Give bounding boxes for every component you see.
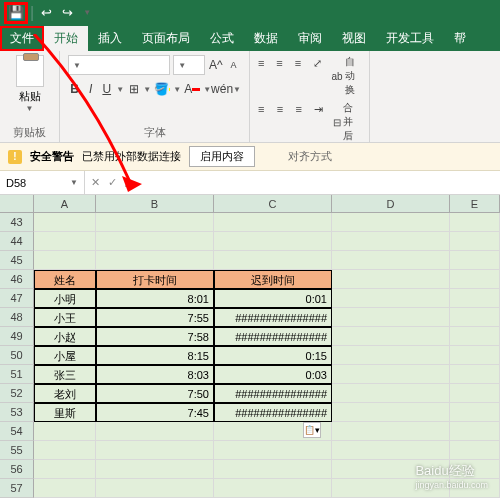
cell[interactable] — [214, 479, 332, 498]
border-button[interactable]: ⊞ — [127, 79, 140, 99]
name-box[interactable]: D58▼ — [0, 171, 85, 194]
merge-button[interactable]: ⊟ 合并后 — [333, 101, 361, 143]
align-right-icon[interactable]: ≡ — [295, 101, 308, 117]
cell[interactable] — [214, 251, 332, 270]
cell[interactable] — [450, 327, 500, 346]
cell[interactable] — [450, 422, 500, 441]
cell[interactable] — [450, 232, 500, 251]
align-middle-icon[interactable]: ≡ — [276, 55, 288, 71]
row-header[interactable]: 54 — [0, 422, 34, 441]
decrease-font-icon[interactable]: A — [226, 55, 241, 75]
cell[interactable] — [332, 441, 450, 460]
cell[interactable] — [96, 460, 214, 479]
col-header[interactable]: E — [450, 195, 500, 212]
cell[interactable]: 7:58 — [96, 327, 214, 346]
row-header[interactable]: 45 — [0, 251, 34, 270]
cell[interactable] — [34, 251, 96, 270]
undo-icon[interactable]: ↩ — [41, 5, 52, 20]
italic-button[interactable]: I — [84, 79, 97, 99]
orientation-icon[interactable]: ⤢ — [313, 55, 325, 71]
row-header[interactable]: 47 — [0, 289, 34, 308]
row-header[interactable]: 56 — [0, 460, 34, 479]
cell[interactable] — [450, 346, 500, 365]
cell[interactable] — [450, 213, 500, 232]
row-header[interactable]: 49 — [0, 327, 34, 346]
tab-developer[interactable]: 开发工具 — [376, 26, 444, 51]
cell[interactable] — [34, 479, 96, 498]
cell[interactable]: 小屋 — [34, 346, 96, 365]
row-header[interactable]: 53 — [0, 403, 34, 422]
cell[interactable] — [34, 232, 96, 251]
row-header[interactable]: 44 — [0, 232, 34, 251]
col-header[interactable]: B — [96, 195, 214, 212]
cell[interactable]: 小王 — [34, 308, 96, 327]
cell[interactable]: 小明 — [34, 289, 96, 308]
cell[interactable] — [34, 213, 96, 232]
cell[interactable]: 📋▾ — [214, 422, 332, 441]
cell[interactable] — [214, 441, 332, 460]
cell[interactable] — [96, 213, 214, 232]
cell[interactable] — [332, 327, 450, 346]
row-header[interactable]: 43 — [0, 213, 34, 232]
indent-icon[interactable]: ⇥ — [314, 101, 327, 117]
cell[interactable] — [332, 289, 450, 308]
cell[interactable] — [214, 213, 332, 232]
cell[interactable]: ############### — [214, 308, 332, 327]
cell[interactable]: 张三 — [34, 365, 96, 384]
cell[interactable] — [332, 384, 450, 403]
fill-color-button[interactable]: 🪣 — [154, 79, 170, 99]
font-name-select[interactable]: ▼ — [68, 55, 170, 75]
row-header[interactable]: 50 — [0, 346, 34, 365]
cell[interactable] — [96, 422, 214, 441]
cell[interactable]: 里斯 — [34, 403, 96, 422]
cell[interactable] — [450, 270, 500, 289]
cell[interactable] — [450, 365, 500, 384]
tab-help[interactable]: 帮 — [444, 26, 476, 51]
cell[interactable]: 7:45 — [96, 403, 214, 422]
font-size-select[interactable]: ▼ — [173, 55, 205, 75]
select-all-corner[interactable] — [0, 195, 34, 212]
cell[interactable] — [96, 479, 214, 498]
redo-icon[interactable]: ↪ — [62, 5, 73, 20]
cell[interactable] — [332, 403, 450, 422]
cell[interactable] — [332, 365, 450, 384]
cell[interactable]: 姓名 — [34, 270, 96, 289]
cell[interactable]: 7:55 — [96, 308, 214, 327]
cell[interactable] — [214, 232, 332, 251]
cell[interactable]: 打卡时间 — [96, 270, 214, 289]
tab-insert[interactable]: 插入 — [88, 26, 132, 51]
increase-font-icon[interactable]: A^ — [208, 55, 223, 75]
cell[interactable] — [34, 422, 96, 441]
cell[interactable]: 0:15 — [214, 346, 332, 365]
qat-dropdown-icon[interactable]: ▼ — [83, 8, 91, 17]
cell[interactable]: ############### — [214, 327, 332, 346]
paste-options-icon[interactable]: 📋▾ — [303, 422, 321, 438]
cell[interactable] — [34, 441, 96, 460]
cell[interactable] — [450, 384, 500, 403]
cell[interactable] — [450, 289, 500, 308]
cell[interactable] — [450, 308, 500, 327]
cell[interactable]: 老刘 — [34, 384, 96, 403]
confirm-icon[interactable]: ✓ — [108, 176, 117, 189]
phonetic-button[interactable]: wén — [214, 79, 230, 99]
tab-view[interactable]: 视图 — [332, 26, 376, 51]
row-header[interactable]: 51 — [0, 365, 34, 384]
tab-data[interactable]: 数据 — [244, 26, 288, 51]
tab-review[interactable]: 审阅 — [288, 26, 332, 51]
cell[interactable]: 小赵 — [34, 327, 96, 346]
cell[interactable] — [332, 346, 450, 365]
cell[interactable]: 迟到时间 — [214, 270, 332, 289]
bold-button[interactable]: B — [68, 79, 81, 99]
font-color-button[interactable]: A — [184, 79, 200, 99]
row-header[interactable]: 55 — [0, 441, 34, 460]
align-bottom-icon[interactable]: ≡ — [295, 55, 307, 71]
cell[interactable] — [332, 270, 450, 289]
cell[interactable] — [214, 460, 332, 479]
cell[interactable] — [332, 251, 450, 270]
cell[interactable]: 7:50 — [96, 384, 214, 403]
cell[interactable] — [96, 251, 214, 270]
cell[interactable]: 8:03 — [96, 365, 214, 384]
spreadsheet-grid[interactable]: A B C D E 43444546姓名打卡时间迟到时间47小明8:010:01… — [0, 195, 500, 498]
align-left-icon[interactable]: ≡ — [258, 101, 271, 117]
cell[interactable]: ############### — [214, 384, 332, 403]
